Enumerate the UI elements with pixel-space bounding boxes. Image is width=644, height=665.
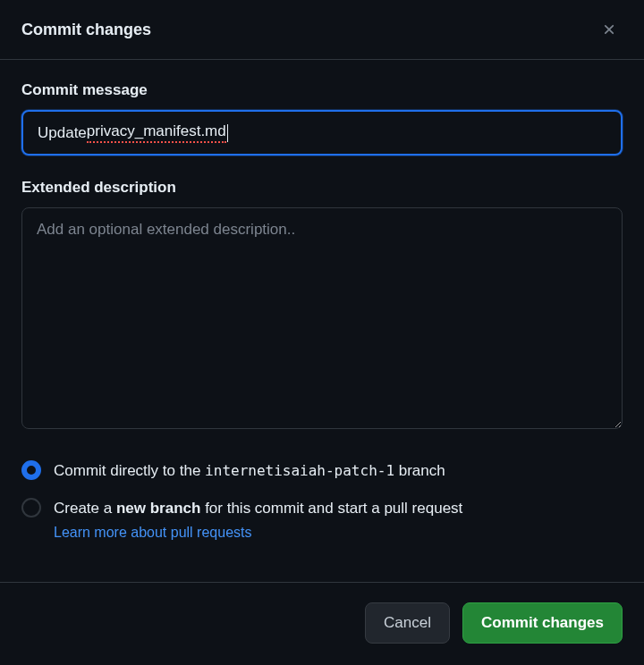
commit-message-label: Commit message (21, 81, 623, 99)
radio-commit-direct[interactable]: Commit directly to the internetisaiah-pa… (21, 459, 623, 483)
commit-changes-button[interactable]: Commit changes (462, 602, 623, 644)
commit-message-text-prefix: Update (38, 124, 87, 142)
branch-name: internetisaiah-patch-1 (205, 462, 394, 479)
dialog-title: Commit changes (21, 21, 151, 39)
new-branch-text-b: for this commit and start a pull request (200, 500, 462, 517)
radio-input-unselected[interactable] (21, 498, 41, 518)
radio-commit-direct-label: Commit directly to the internetisaiah-pa… (54, 459, 445, 483)
dialog-body: Commit message Update privacy_manifest.m… (0, 60, 644, 582)
dialog-header: Commit changes (0, 0, 644, 60)
radio-direct-prefix: Commit directly to the (54, 462, 205, 479)
close-button[interactable] (596, 16, 623, 43)
learn-more-link[interactable]: Learn more about pull requests (54, 525, 251, 541)
extended-description-textarea[interactable] (21, 207, 623, 429)
text-caret (227, 124, 228, 142)
new-branch-text-a: Create a (54, 500, 116, 517)
commit-message-input[interactable]: Update privacy_manifest.md (21, 110, 623, 156)
radio-direct-suffix: branch (394, 462, 445, 479)
radio-new-branch[interactable]: Create a new branch for this commit and … (21, 497, 623, 520)
commit-message-text-filename: privacy_manifest.md (87, 122, 226, 143)
new-branch-bold: new branch (116, 500, 200, 517)
extended-description-label: Extended description (21, 179, 623, 197)
close-icon (601, 21, 617, 38)
branch-radio-group: Commit directly to the internetisaiah-pa… (21, 459, 623, 541)
cancel-button[interactable]: Cancel (365, 602, 450, 644)
radio-new-branch-label: Create a new branch for this commit and … (54, 497, 462, 520)
dialog-footer: Cancel Commit changes (0, 582, 644, 665)
commit-changes-dialog: Commit changes Commit message Update pri… (0, 0, 644, 665)
radio-input-selected[interactable] (21, 460, 41, 480)
